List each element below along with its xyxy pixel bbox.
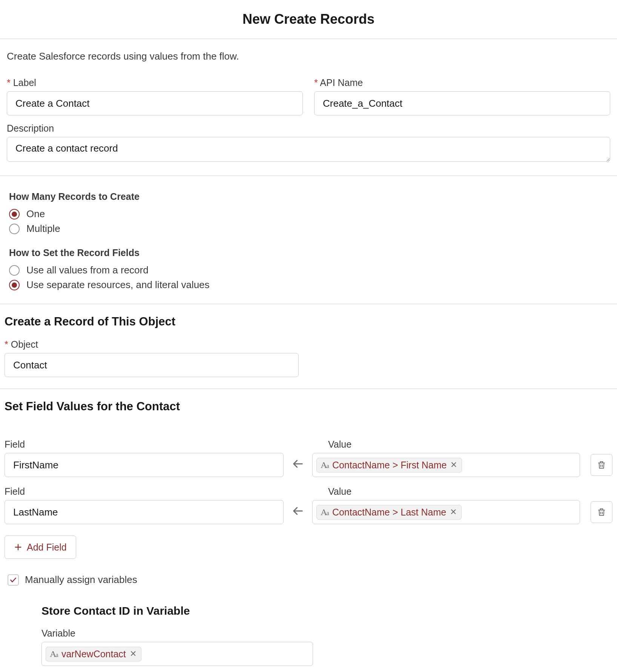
- radio-one[interactable]: One: [9, 207, 610, 221]
- pill-text: ContactName > First Name: [332, 460, 447, 471]
- label-label: * Label: [7, 77, 303, 88]
- text-type-icon: Aa: [321, 507, 328, 517]
- field-column-label: Field: [5, 486, 284, 497]
- radio-icon: [9, 209, 20, 219]
- radio-label: Use separate resources, and literal valu…: [26, 279, 210, 291]
- label-text: Object: [11, 339, 38, 350]
- required-asterisk: *: [7, 77, 11, 88]
- required-asterisk: *: [314, 77, 318, 88]
- checkbox-label: Manually assign variables: [25, 574, 137, 586]
- checkbox-icon: [8, 574, 19, 586]
- how-set-heading: How to Set the Record Fields: [9, 247, 610, 258]
- api-name-input[interactable]: [314, 91, 610, 115]
- object-label: * Object: [5, 339, 610, 350]
- create-object-heading: Create a Record of This Object: [0, 304, 617, 339]
- label-text: API Name: [320, 77, 363, 88]
- how-many-heading: How Many Records to Create: [9, 191, 610, 202]
- label-text: Label: [13, 77, 36, 88]
- set-fields-heading: Set Field Values for the Contact: [0, 389, 617, 424]
- radio-icon: [9, 280, 20, 290]
- label-input[interactable]: [7, 91, 303, 115]
- variable-input[interactable]: Aa varNewContact ✕: [41, 642, 313, 666]
- add-field-button[interactable]: Add Field: [5, 535, 76, 559]
- value-column-label: Value: [328, 439, 351, 450]
- description-input[interactable]: [7, 137, 610, 162]
- pill-text: varNewContact: [61, 649, 126, 660]
- description-label: Description: [7, 123, 610, 134]
- arrow-left-icon: [290, 458, 305, 472]
- value-pill: Aa ContactName > Last Name ✕: [316, 505, 462, 520]
- delete-row-button[interactable]: [591, 501, 612, 523]
- manual-assign-checkbox-row[interactable]: Manually assign variables: [0, 559, 617, 593]
- radio-use-separate[interactable]: Use separate resources, and literal valu…: [9, 278, 610, 292]
- arrow-left-icon: [290, 505, 305, 519]
- value-column-label: Value: [328, 486, 351, 497]
- field-name-input[interactable]: FirstName: [5, 453, 284, 477]
- radio-multiple[interactable]: Multiple: [9, 221, 610, 236]
- variable-pill: Aa varNewContact ✕: [46, 647, 141, 661]
- field-value-input[interactable]: Aa ContactName > Last Name ✕: [312, 500, 580, 524]
- variable-label: Variable: [41, 628, 617, 639]
- pill-remove-icon[interactable]: ✕: [450, 507, 457, 517]
- radio-icon: [9, 265, 20, 276]
- pill-text: ContactName > Last Name: [332, 507, 446, 518]
- add-field-label: Add Field: [27, 542, 67, 553]
- text-type-icon: Aa: [50, 649, 58, 659]
- store-id-heading: Store Contact ID in Variable: [41, 604, 617, 617]
- api-name-label: * API Name: [314, 77, 610, 88]
- value-pill: Aa ContactName > First Name ✕: [316, 458, 462, 473]
- required-asterisk: *: [5, 339, 8, 350]
- radio-label: Use all values from a record: [26, 264, 149, 276]
- radio-label: One: [26, 208, 45, 220]
- field-value-input[interactable]: Aa ContactName > First Name ✕: [312, 453, 580, 477]
- object-input[interactable]: [5, 353, 299, 377]
- field-name-input[interactable]: LastName: [5, 500, 284, 524]
- delete-row-button[interactable]: [591, 454, 612, 476]
- radio-label: Multiple: [26, 223, 60, 235]
- text-type-icon: Aa: [321, 460, 328, 470]
- intro-text: Create Salesforce records using values f…: [0, 39, 617, 66]
- pill-remove-icon[interactable]: ✕: [450, 460, 457, 470]
- dialog-title: New Create Records: [0, 0, 617, 38]
- field-column-label: Field: [5, 439, 284, 450]
- pill-remove-icon[interactable]: ✕: [130, 649, 137, 659]
- radio-icon: [9, 224, 20, 234]
- radio-use-all-values[interactable]: Use all values from a record: [9, 263, 610, 278]
